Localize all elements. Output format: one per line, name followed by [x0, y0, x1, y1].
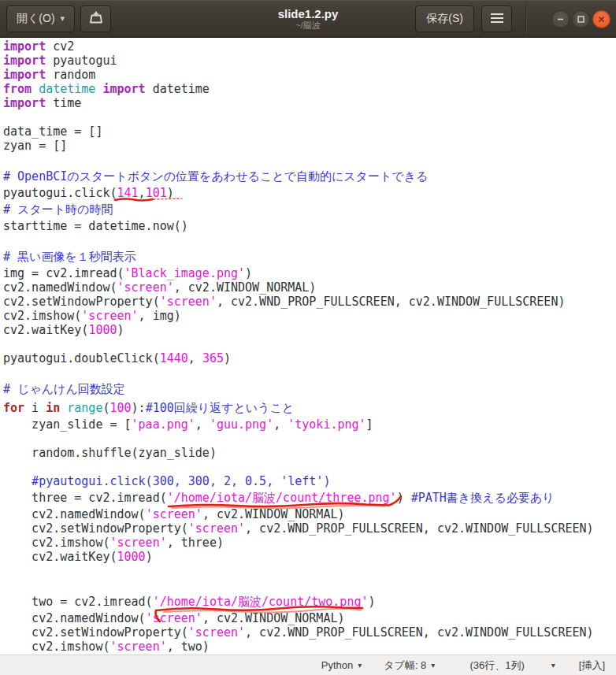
- minimize-icon: [556, 15, 565, 24]
- code-line: import random: [3, 68, 616, 82]
- code-line: # 黒い画像を１秒間表示: [3, 247, 616, 266]
- close-icon: [597, 15, 606, 24]
- tab-width-label: タブ幅: 8: [384, 658, 426, 673]
- save-button-label: 保存(S): [426, 12, 463, 26]
- chevron-down-icon: ▾: [551, 662, 555, 669]
- code-line: [3, 110, 616, 124]
- open-button[interactable]: 開く(O) ▾: [6, 6, 75, 32]
- code-line: three = cv2.imread('/home/iota/脳波/count/…: [3, 488, 616, 507]
- maximize-button[interactable]: [572, 10, 590, 28]
- code-line: import cv2: [3, 39, 616, 54]
- code-line: img = cv2.imread('Black_image.png'): [3, 266, 616, 280]
- minimize-button[interactable]: [551, 10, 570, 28]
- code-line: pyautogui.click(141,101): [3, 186, 616, 200]
- code-line: pyautogui.doubleClick(1440, 365): [3, 351, 616, 365]
- code-line: # スタート時の時間: [3, 200, 616, 219]
- code-line: cv2.namedWindow('screen', cv2.WINDOW_NOR…: [3, 507, 616, 521]
- code-line: import time: [3, 96, 616, 110]
- code-line: two = cv2.imread('/home/iota/脳波/count/tw…: [3, 592, 616, 611]
- code-line: [3, 432, 616, 446]
- code-line: cv2.namedWindow('screen', cv2.WINDOW_NOR…: [3, 611, 616, 625]
- code-line: starttime = datetime.now(): [3, 219, 616, 233]
- code-line: cv2.setWindowProperty('screen', cv2.WND_…: [3, 625, 616, 640]
- code-line: [3, 564, 616, 578]
- code-line: for i in range(100):#100回繰り返すということ: [3, 399, 616, 417]
- code-line: data_time = []: [3, 124, 616, 139]
- code-line: [3, 460, 616, 474]
- chevron-down-icon: ▾: [358, 662, 362, 669]
- code-line: from datetime import datetime: [3, 82, 616, 96]
- code-line: zyan = []: [3, 139, 616, 153]
- code-line: import pyautogui: [3, 54, 616, 68]
- insert-mode-label: [挿入]: [579, 658, 605, 673]
- new-document-button[interactable]: [80, 6, 111, 32]
- code-line: cv2.namedWindow('screen', cv2.WINDOW_NOR…: [3, 280, 616, 295]
- chevron-down-icon: ▾: [431, 662, 435, 669]
- text-editor[interactable]: import cv2import pyautoguiimport randomf…: [0, 38, 616, 655]
- code-line: zyan_slide = ['paa.png', 'guu.png', 'tyo…: [3, 417, 616, 432]
- menu-button[interactable]: [481, 6, 512, 32]
- cursor-position: (36行、1列): [469, 658, 524, 673]
- code-line: # じゃんけん回数設定: [3, 380, 616, 399]
- code-line: [3, 233, 616, 247]
- code-line: #pyautogui.click(300, 300, 2, 0.5, 'left…: [3, 474, 616, 488]
- header-bar: 開く(O) ▾ slide1.2.py ~/脳波 保存(S): [0, 0, 616, 38]
- code-line: cv2.imshow('screen', img): [3, 309, 616, 323]
- chevron-down-icon: ▾: [61, 14, 65, 23]
- code-line: [3, 578, 616, 592]
- code-line: [3, 153, 616, 167]
- maximize-icon: [577, 15, 585, 24]
- language-dropdown[interactable]: Python ▾: [321, 659, 362, 671]
- code-line: cv2.imshow('screen', three): [3, 536, 616, 550]
- header-separator: [525, 5, 526, 33]
- hamburger-icon: [491, 13, 503, 25]
- language-label: Python: [321, 659, 353, 671]
- window-subtitle: ~/脳波: [295, 20, 320, 31]
- save-button[interactable]: 保存(S): [415, 6, 474, 32]
- code-line: # OpenBCIのスタートボタンの位置をあわせることで自動的にスタートできる: [3, 167, 616, 186]
- code-area[interactable]: import cv2import pyautoguiimport randomf…: [0, 38, 616, 654]
- code-line: [3, 337, 616, 351]
- goto-line-dropdown[interactable]: ▾: [551, 662, 555, 669]
- window-title: slide1.2.py: [278, 7, 339, 20]
- open-button-label: 開く(O): [17, 12, 55, 26]
- cursor-position-label: (36行、1列): [469, 658, 524, 673]
- insert-mode-indicator: [挿入]: [579, 658, 605, 673]
- code-line: cv2.waitKey(1000): [3, 323, 616, 337]
- code-line: random.shuffle(zyan_slide): [3, 446, 616, 460]
- close-button[interactable]: [592, 10, 610, 28]
- code-line: [3, 365, 616, 380]
- status-bar: Python ▾ タブ幅: 8 ▾ (36行、1列) ▾ [挿入]: [0, 655, 616, 675]
- code-line: cv2.setWindowProperty('screen', cv2.WND_…: [3, 521, 616, 536]
- tab-width-dropdown[interactable]: タブ幅: 8 ▾: [384, 658, 435, 673]
- code-line: cv2.imshow('screen', two): [3, 640, 616, 654]
- new-document-icon: [87, 9, 105, 28]
- code-line: cv2.waitKey(1000): [3, 550, 616, 564]
- window-controls: [551, 0, 616, 38]
- code-line: cv2.setWindowProperty('screen', cv2.WND_…: [3, 295, 616, 309]
